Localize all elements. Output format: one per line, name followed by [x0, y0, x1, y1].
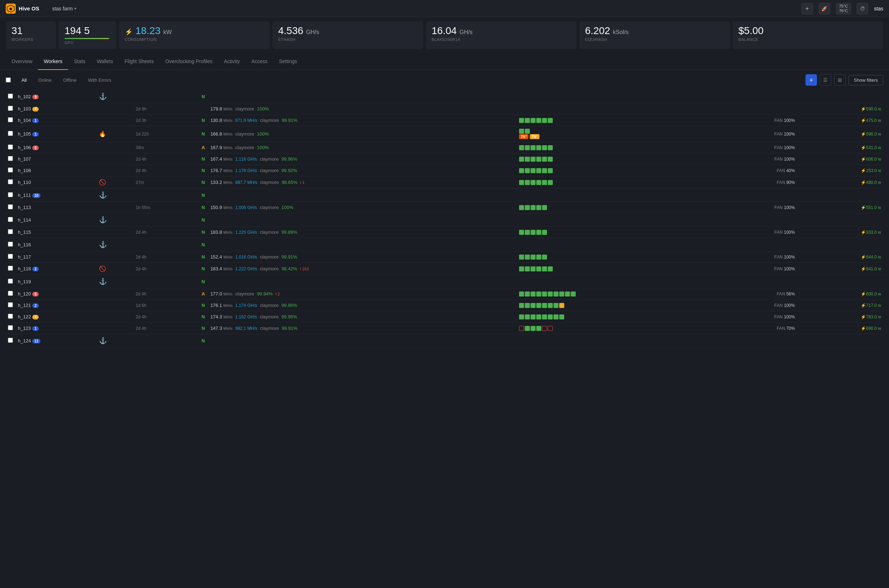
row-checkbox-cell[interactable]	[6, 238, 16, 251]
table-row[interactable]: h_1182 🚫 2d 4h N 183.4 MH/s 1.222 GH/s c…	[6, 263, 883, 275]
worker-name[interactable]: h_103	[18, 106, 31, 111]
worker-name[interactable]: h_104	[18, 118, 31, 123]
row-checkbox-cell[interactable]	[6, 263, 16, 275]
row-checkbox-cell[interactable]	[6, 251, 16, 263]
row-checkbox-cell[interactable]	[6, 334, 16, 347]
row-checkbox-cell[interactable]	[6, 202, 16, 213]
table-row[interactable]: h_12411 ⚓ N	[6, 334, 883, 347]
nav-overview[interactable]: Overview	[6, 53, 38, 70]
row-checkbox[interactable]	[8, 106, 13, 111]
worker-name[interactable]: h_117	[18, 254, 31, 260]
row-checkbox-cell[interactable]	[6, 311, 16, 322]
table-row[interactable]: h_117 2d 4h N 152.4 MH/s 1.016 GH/s clay…	[6, 251, 883, 263]
nav-stats[interactable]: Stats	[68, 53, 91, 70]
row-checkbox[interactable]	[8, 291, 13, 296]
worker-name[interactable]: h_102	[18, 94, 31, 99]
row-checkbox-cell[interactable]	[6, 115, 16, 126]
worker-name[interactable]: h_106	[18, 145, 31, 150]
nav-workers[interactable]: Workers	[38, 53, 68, 70]
rocket-button[interactable]: 🚀	[819, 3, 830, 14]
row-checkbox[interactable]	[8, 242, 13, 247]
nav-wallets[interactable]: Wallets	[91, 53, 118, 70]
row-checkbox[interactable]	[8, 229, 13, 234]
worker-name[interactable]: h_121	[18, 303, 31, 308]
row-checkbox[interactable]	[8, 254, 13, 259]
table-row[interactable]: h_113 1h 55m N 150.9 MH/s 1.006 GH/s cla…	[6, 202, 883, 213]
nav-flight-sheets[interactable]: Flight Sheets	[119, 53, 160, 70]
row-checkbox-cell[interactable]	[6, 142, 16, 153]
user-name[interactable]: stas	[874, 6, 883, 12]
row-checkbox[interactable]	[8, 279, 13, 284]
row-checkbox-cell[interactable]	[6, 176, 16, 189]
worker-name[interactable]: h_111	[18, 192, 31, 198]
temp-display-button[interactable]: 75°C 76°C	[836, 3, 852, 14]
worker-name[interactable]: h_120	[18, 291, 31, 297]
row-checkbox[interactable]	[8, 94, 13, 99]
worker-name[interactable]: h_110	[18, 180, 31, 185]
worker-name[interactable]: h_122	[18, 314, 31, 320]
table-row[interactable]: h_1205 2d 4h A 177.0 MH/s claymore 99.94…	[6, 288, 883, 300]
row-checkbox[interactable]	[8, 314, 13, 319]
row-checkbox-cell[interactable]	[6, 103, 16, 115]
filter-online[interactable]: Online	[33, 75, 57, 85]
row-checkbox[interactable]	[8, 192, 13, 197]
worker-name[interactable]: h_116	[18, 242, 31, 248]
filter-errors[interactable]: With Errors	[83, 75, 116, 85]
worker-name[interactable]: h_108	[18, 168, 31, 173]
table-row[interactable]: h_1034 2d 9h 179.8 MH/s claymore 100% ⚡5…	[6, 103, 883, 115]
table-row[interactable]: h_107 2d 4h N 167.4 MH/s 1.116 GH/s clay…	[6, 153, 883, 165]
row-checkbox-cell[interactable]	[6, 189, 16, 202]
table-row[interactable]: h_1231 2d 4h N 147.3 MH/s 982.1 MH/s cla…	[6, 322, 883, 334]
worker-name[interactable]: h_107	[18, 156, 31, 162]
row-checkbox[interactable]	[8, 266, 13, 271]
row-checkbox-cell[interactable]	[6, 322, 16, 334]
row-checkbox-cell[interactable]	[6, 288, 16, 300]
clock-button[interactable]: ⏱	[857, 3, 868, 14]
table-row[interactable]: h_110 🚫 27m N 133.2 MH/s 887.7 MH/s clay…	[6, 176, 883, 189]
view-list-compact[interactable]: ☰	[820, 74, 831, 86]
row-checkbox-cell[interactable]	[6, 90, 16, 103]
table-row[interactable]: h_115 2d 4h N 183.8 MH/s 1.225 GH/s clay…	[6, 226, 883, 238]
farm-name[interactable]: stas farm ▾	[52, 6, 76, 12]
table-row[interactable]: h_1051 🔥 1d 22h N 166.8 MH/s claymore 10…	[6, 126, 883, 142]
row-checkbox[interactable]	[8, 117, 13, 122]
row-checkbox[interactable]	[8, 179, 13, 184]
nav-settings[interactable]: Settings	[273, 53, 303, 70]
row-checkbox-cell[interactable]	[6, 226, 16, 238]
row-checkbox-cell[interactable]	[6, 275, 16, 288]
table-row[interactable]: h_1224 2d 4h N 174.3 MH/s 1.162 GH/s cla…	[6, 311, 883, 322]
view-grid[interactable]: ⊞	[834, 74, 846, 86]
row-checkbox-cell[interactable]	[6, 300, 16, 311]
worker-name[interactable]: h_114	[18, 217, 31, 223]
table-row[interactable]: h_1041 2d 3h N 130.8 MH/s 871.9 MH/s cla…	[6, 115, 883, 126]
worker-name[interactable]: h_123	[18, 326, 31, 331]
worker-name[interactable]: h_118	[18, 266, 31, 272]
worker-name[interactable]: h_124	[18, 338, 31, 344]
row-checkbox-cell[interactable]	[6, 153, 16, 165]
worker-name[interactable]: h_113	[18, 205, 31, 210]
table-row[interactable]: h_1065 39m A 167.9 MH/s claymore 100% FA…	[6, 142, 883, 153]
worker-name[interactable]: h_115	[18, 230, 31, 235]
nav-access[interactable]: Access	[246, 53, 273, 70]
row-checkbox[interactable]	[8, 217, 13, 222]
worker-name[interactable]: h_105	[18, 131, 31, 136]
row-checkbox-cell[interactable]	[6, 213, 16, 226]
row-checkbox[interactable]	[8, 167, 13, 172]
row-checkbox-cell[interactable]	[6, 165, 16, 176]
view-list-detailed[interactable]: ≡	[805, 74, 817, 86]
row-checkbox[interactable]	[8, 302, 13, 307]
row-checkbox[interactable]	[8, 144, 13, 150]
nav-overclocking[interactable]: Overclocking Profiles	[159, 53, 218, 70]
show-filters-button[interactable]: Show filters	[849, 75, 883, 86]
filter-offline[interactable]: Offline	[58, 75, 81, 85]
worker-name[interactable]: h_119	[18, 279, 31, 284]
nav-activity[interactable]: Activity	[218, 53, 246, 70]
row-checkbox[interactable]	[8, 204, 13, 209]
row-checkbox[interactable]	[8, 156, 13, 161]
filter-all[interactable]: All	[16, 75, 31, 85]
table-row[interactable]: h_11110 ⚓ N	[6, 189, 883, 202]
table-row[interactable]: h_114 ⚓ N	[6, 213, 883, 226]
add-button[interactable]: +	[802, 3, 813, 14]
table-row[interactable]: h_1212 1d 6h N 176.1 MH/s 1.174 GH/s cla…	[6, 300, 883, 311]
table-row[interactable]: h_116 ⚓ N	[6, 238, 883, 251]
